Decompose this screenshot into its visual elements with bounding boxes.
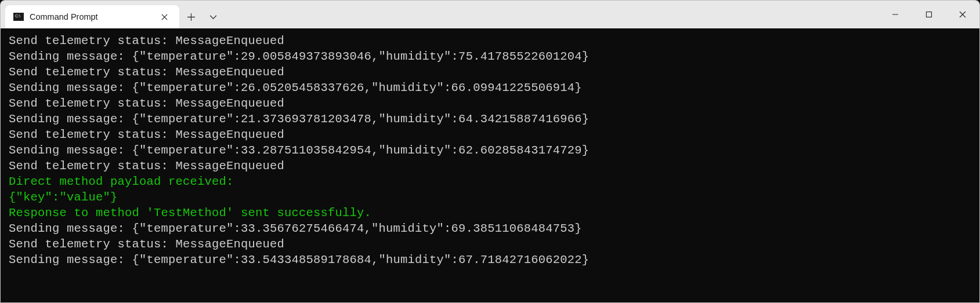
close-icon <box>959 11 966 18</box>
terminal-line: Sending message: {"temperature":33.28751… <box>9 143 971 158</box>
minimize-icon <box>892 11 899 18</box>
terminal-line: Send telemetry status: MessageEnqueued <box>9 158 971 174</box>
tab-command-prompt[interactable]: C:\ Command Prompt <box>5 5 179 28</box>
terminal-line: Send telemetry status: MessageEnqueued <box>9 33 971 49</box>
maximize-button[interactable] <box>912 1 946 28</box>
terminal-line: Send telemetry status: MessageEnqueued <box>9 96 971 111</box>
titlebar-drag-area[interactable] <box>223 1 878 28</box>
tab-strip: C:\ Command Prompt <box>1 1 223 28</box>
close-window-button[interactable] <box>946 1 979 28</box>
minimize-button[interactable] <box>878 1 912 28</box>
window-controls <box>878 1 979 28</box>
terminal-line: Response to method 'TestMethod' sent suc… <box>9 205 971 221</box>
chevron-down-icon <box>209 13 217 21</box>
terminal-line: Sending message: {"temperature":26.05205… <box>9 80 971 96</box>
terminal-window: C:\ Command Prompt <box>0 0 980 303</box>
terminal-line: {"key":"value"} <box>9 189 971 205</box>
close-tab-button[interactable] <box>156 9 172 25</box>
svg-rect-0 <box>927 12 932 17</box>
terminal-line: Direct method payload received: <box>9 174 971 189</box>
plus-icon <box>187 13 195 21</box>
maximize-icon <box>925 11 932 18</box>
close-icon <box>161 14 168 20</box>
terminal-line: Sending message: {"temperature":33.54334… <box>9 252 971 268</box>
terminal-output[interactable]: Send telemetry status: MessageEnqueuedSe… <box>1 28 979 302</box>
terminal-line: Sending message: {"temperature":21.37369… <box>9 111 971 127</box>
terminal-line: Sending message: {"temperature":29.00584… <box>9 49 971 64</box>
tab-dropdown-button[interactable] <box>202 5 223 28</box>
titlebar: C:\ Command Prompt <box>1 1 979 28</box>
new-tab-button[interactable] <box>179 5 202 28</box>
cmd-icon: C:\ <box>13 13 24 21</box>
tab-title: Command Prompt <box>30 12 150 21</box>
terminal-line: Sending message: {"temperature":33.35676… <box>9 221 971 236</box>
terminal-line: Send telemetry status: MessageEnqueued <box>9 64 971 80</box>
terminal-line: Send telemetry status: MessageEnqueued <box>9 127 971 143</box>
terminal-line: Send telemetry status: MessageEnqueued <box>9 236 971 252</box>
